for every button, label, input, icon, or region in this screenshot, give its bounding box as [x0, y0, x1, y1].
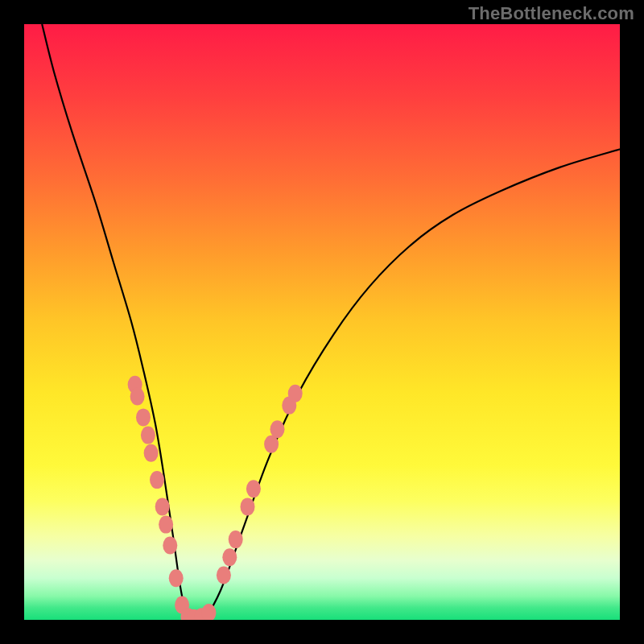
chart-frame: TheBottleneck.com: [0, 0, 644, 644]
data-marker: [150, 471, 164, 489]
data-marker: [144, 444, 159, 462]
data-marker: [217, 567, 231, 584]
data-marker: [288, 385, 303, 402]
marker-group: [128, 376, 303, 620]
data-marker: [270, 420, 285, 438]
data-marker: [201, 604, 216, 620]
chart-svg: [24, 24, 620, 620]
data-marker: [163, 537, 177, 555]
series-curve: [42, 24, 620, 620]
plot-area: [24, 24, 620, 620]
data-marker: [246, 480, 261, 497]
data-marker: [159, 516, 173, 534]
watermark-text: TheBottleneck.com: [469, 3, 634, 24]
data-marker: [141, 427, 155, 444]
data-marker: [169, 569, 184, 587]
data-marker: [241, 497, 255, 515]
data-marker: [155, 497, 170, 515]
data-marker: [130, 388, 145, 406]
data-marker: [222, 548, 237, 566]
data-marker: [136, 408, 151, 426]
data-marker: [229, 530, 243, 548]
